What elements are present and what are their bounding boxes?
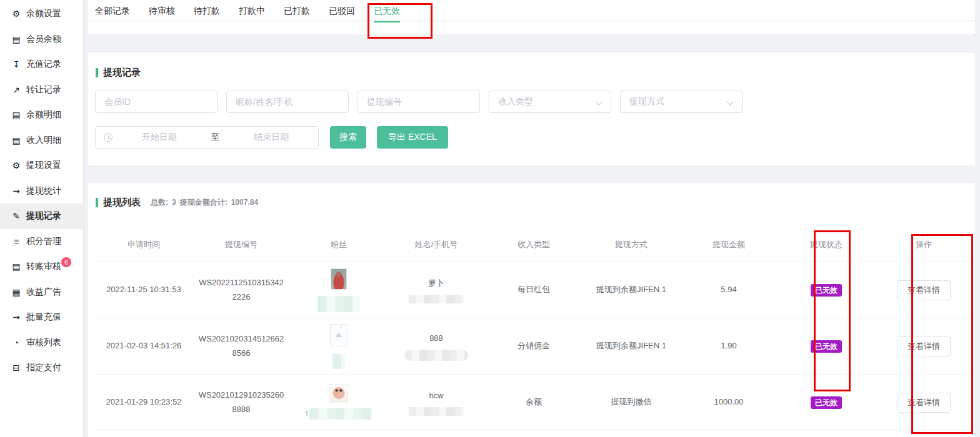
column-header: 提现金额 <box>680 239 778 250</box>
cell-apply-time: 2021-01-29 10:23:52 <box>95 395 192 409</box>
withdraw-method-select[interactable]: 提现方式 <box>620 91 742 113</box>
minus-square-icon: ⊟ <box>11 363 22 373</box>
cell-method: 提现到微信 <box>582 395 680 409</box>
date-range-picker[interactable]: 开始日期 至 结束日期 <box>95 126 319 149</box>
cell-action: 查看详情 <box>875 280 972 300</box>
nickname-prefix: f <box>306 408 308 420</box>
sidebar-item-transfer-review[interactable]: ▤转账审核6 <box>0 254 83 280</box>
withdraw-no-input[interactable] <box>358 91 480 113</box>
tab-paid[interactable]: 已打款 <box>284 6 310 22</box>
total-label: 总数: <box>151 197 168 208</box>
view-details-button[interactable]: 查看详情 <box>897 393 951 413</box>
export-excel-button[interactable]: 导出 EXCEL <box>377 126 448 149</box>
cell-name-phone: 888 <box>388 331 485 361</box>
fan-name: 萝卜 <box>428 277 444 290</box>
pencil-icon: ✎ <box>11 211 22 221</box>
sidebar-item-recharge-records[interactable]: ↧充值记录 <box>0 52 83 77</box>
view-details-button[interactable]: 查看详情 <box>897 280 951 300</box>
sidebar-item-transfer-records[interactable]: ↗转让记录 <box>0 77 83 103</box>
cell-method: 提现到余额JIFEN 1 <box>582 339 680 353</box>
column-header: 提现编号 <box>192 239 290 250</box>
tabs-card: 全部记录待审核待打款打款中已打款已驳回已无效 <box>88 0 975 34</box>
sidebar-item-label: 批量充值 <box>26 312 61 323</box>
external-link-icon: ↗ <box>11 85 22 95</box>
chart-line-icon: ⇝ <box>11 312 22 322</box>
document-icon: ▤ <box>11 262 22 272</box>
cell-income-type: 分销佣金 <box>485 339 582 353</box>
tab-invalid[interactable]: 已无效 <box>374 6 400 22</box>
chevron-down-icon <box>726 98 733 105</box>
status-badge: 已无效 <box>811 284 842 297</box>
cell-apply-time: 2022-11-25 10:31:53 <box>95 283 192 297</box>
column-header: 收入类型 <box>485 239 582 250</box>
sidebar-item-label: 审核列表 <box>26 337 61 348</box>
sidebar-item-withdraw-settings[interactable]: ⚙提现设置 <box>0 153 83 179</box>
income-type-select[interactable]: 收入类型 <box>489 91 611 113</box>
cell-withdraw-no: WS2022112510315342 2226 <box>192 276 290 303</box>
filter-row: 收入类型 提现方式 <box>95 91 742 113</box>
sidebar-item-points-management[interactable]: ≡积分管理 <box>0 229 83 255</box>
sidebar-item-designated-payment[interactable]: ⊟指定支付 <box>0 355 83 381</box>
censored-nickname <box>318 296 360 312</box>
dashboard-icon: ◔ <box>11 338 22 348</box>
sidebar-item-label: 收益广告 <box>26 287 61 298</box>
status-tab-bar: 全部记录待审核待打款打款中已打款已驳回已无效 <box>88 0 975 21</box>
filter-row-2: 开始日期 至 结束日期 搜索 导出 EXCEL <box>95 126 448 149</box>
sidebar-item-balance-settings[interactable]: ⚙余额设置 <box>0 1 83 27</box>
book-icon: ▤ <box>11 34 22 44</box>
censored-phone <box>409 295 464 303</box>
sidebar-item-label: 提现设置 <box>26 160 61 171</box>
sidebar-item-label: 转让记录 <box>26 84 61 96</box>
date-separator: 至 <box>206 132 225 143</box>
column-header: 提现方式 <box>582 239 680 250</box>
cell-amount: 1000.00 <box>680 395 778 409</box>
sidebar-item-label: 提现记录 <box>26 210 61 222</box>
cell-apply-time: 2021-02-03 14:51:26 <box>95 339 192 353</box>
view-details-button[interactable]: 查看详情 <box>897 336 951 356</box>
fan-name: 888 <box>429 331 443 345</box>
tab-all-records[interactable]: 全部记录 <box>95 6 130 22</box>
withdraw-no-line2: 8888 <box>232 403 251 416</box>
tab-paying[interactable]: 打款中 <box>239 6 265 22</box>
end-date-placeholder: 结束日期 <box>225 132 319 143</box>
sidebar-item-withdraw-stats[interactable]: ⇝提现统计 <box>0 179 83 204</box>
search-card: 提现记录 收入类型 提现方式 开始日期 至 结束日期 搜索 导出 EXCEL <box>88 53 975 165</box>
sidebar-item-revenue-ads[interactable]: ▦收益广告 <box>0 280 83 305</box>
table-header-row: 申请时间提现编号粉丝姓名/手机号收入类型提现方式提现金额提现状态操作 <box>95 228 972 262</box>
cell-fan: f <box>290 384 388 420</box>
sidebar-item-member-balance[interactable]: ▤会员余额 <box>0 27 83 52</box>
search-button[interactable]: 搜索 <box>330 126 366 149</box>
sidebar-item-label: 余额设置 <box>26 8 61 19</box>
sidebar-item-review-list[interactable]: ◔审核列表 <box>0 330 83 356</box>
sidebar-item-label: 转账审核 <box>26 261 61 272</box>
clock-icon <box>104 133 112 142</box>
cell-income-type: 每日红包 <box>485 283 582 297</box>
tab-rejected[interactable]: 已驳回 <box>329 6 355 22</box>
tab-pending-review[interactable]: 待审核 <box>149 6 175 22</box>
cell-status: 已无效 <box>778 396 875 409</box>
cell-amount: 5.94 <box>680 283 778 297</box>
nickname-input[interactable] <box>226 91 349 113</box>
sidebar-item-batch-recharge[interactable]: ⇝批量充值 <box>0 305 83 330</box>
sidebar-item-balance-details[interactable]: ▤余额明细 <box>0 102 83 128</box>
column-header: 粉丝 <box>290 239 388 250</box>
tab-pending-payment[interactable]: 待打款 <box>194 6 220 22</box>
sidebar-item-withdraw-records[interactable]: ✎提现记录 <box>0 204 83 229</box>
member-id-input[interactable] <box>95 91 218 113</box>
sidebar-item-label: 积分管理 <box>26 236 61 247</box>
download-icon: ↧ <box>11 59 22 69</box>
sidebar: ⚙余额设置▤会员余额↧充值记录↗转让记录▤余额明细▤收入明细⚙提现设置⇝提现统计… <box>0 0 83 437</box>
withdraw-method-select-value: 提现方式 <box>629 96 664 107</box>
sidebar-item-income-details[interactable]: ▤收入明细 <box>0 128 83 154</box>
cell-fan <box>290 324 388 369</box>
column-header: 操作 <box>875 239 972 250</box>
sidebar-item-label: 充值记录 <box>26 59 61 70</box>
censored-nickname-row: f <box>306 408 371 420</box>
income-type-select-value: 收入类型 <box>498 96 533 107</box>
status-badge: 已无效 <box>811 396 842 409</box>
sidebar-item-label: 收入明细 <box>26 135 61 146</box>
withdraw-no-line2: 2226 <box>232 290 251 304</box>
document-icon: ▤ <box>11 135 22 145</box>
cell-withdraw-no: WS2021012910235260 8888 <box>192 388 290 416</box>
table-row: 2021-01-29 10:23:52 WS2021012910235260 8… <box>95 375 972 431</box>
